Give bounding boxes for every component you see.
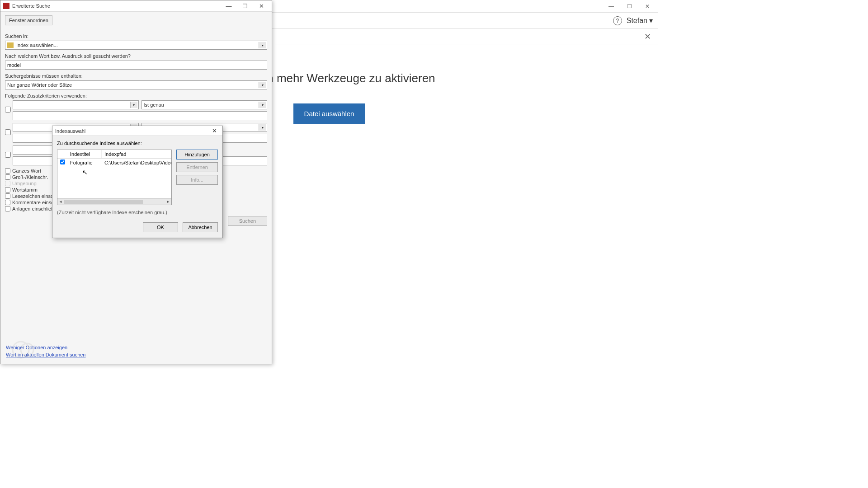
criteria-label: Folgende Zusatzkriterien verwenden: [5,93,267,99]
index-row-path: C:\Users\Stefan\Desktop\Videoschnit [102,159,171,166]
modal-footer: OK Abbrechen [52,220,222,237]
criteria-enable-checkbox[interactable] [5,152,11,158]
criteria-field-dropdown[interactable]: ▾ [13,100,139,109]
scroll-right-icon[interactable]: ► [165,199,171,205]
criteria-enable-checkbox[interactable] [5,129,11,135]
help-icon[interactable]: ? [613,16,622,25]
index-row-title: Fotografie [67,159,102,166]
app-icon [3,3,9,9]
criteria-value-input[interactable] [13,111,267,120]
user-menu[interactable]: Stefan ▾ [627,16,653,25]
chevron-down-icon: ▾ [130,102,137,108]
close-icon[interactable]: ✕ [638,1,656,11]
chevron-down-icon: ▾ [259,102,266,108]
close-panel-icon[interactable]: ✕ [644,32,651,42]
dropdown-value: Nur ganze Wörter oder Sätze [7,82,72,88]
info-button: Info... [176,175,218,185]
close-icon[interactable]: ✕ [254,1,269,11]
search-footer: Weniger Optionen anzeigen Wort im aktuel… [6,343,86,359]
select-file-button[interactable]: Datei auswählen [293,103,365,124]
search-word-label: Nach welchem Wort bzw. Ausdruck soll ges… [5,53,267,59]
horizontal-scrollbar[interactable]: ◄ ► [57,198,171,205]
window-controls: — ☐ ✕ [221,1,269,11]
dropdown-value: Ist genau [144,102,164,108]
criteria-enable-checkbox[interactable] [5,107,11,113]
results-contain-dropdown[interactable]: Nur ganze Wörter oder Sätze ▾ [5,80,267,89]
criteria-operator-dropdown[interactable]: Ist genau▾ [142,100,268,109]
ok-button[interactable]: OK [143,222,178,232]
add-button[interactable]: Hinzufügen [176,150,218,160]
modal-instruction: Zu durchsuchende Indizes auswählen: [57,141,218,146]
scroll-left-icon[interactable]: ◄ [57,199,64,205]
search-in-dropdown[interactable]: Index auswählen... ▾ [5,41,267,50]
modal-title: Indexauswahl [55,128,209,134]
maximize-icon[interactable]: ☐ [620,1,638,11]
dropdown-value: Index auswählen... [16,42,58,48]
search-button[interactable]: Suchen [228,216,267,226]
index-selection-dialog: Indexauswahl ✕ Zu durchsuchende Indizes … [52,126,223,238]
chevron-down-icon: ▾ [649,16,653,25]
index-listbox[interactable]: Indextitel Indexpfad Fotografie C:\Users… [57,150,172,205]
results-contain-label: Suchergebnisse müssen enthalten: [5,73,267,79]
acrobat-watermark-icon [9,338,37,361]
criteria-row: ▾ Ist genau▾ [5,100,267,120]
arrange-windows-button[interactable]: Fenster anordnen [5,15,52,25]
index-row[interactable]: Fotografie C:\Users\Stefan\Desktop\Video… [57,159,171,166]
modal-note: (Zurzeit nicht verfügbare Indexe erschei… [57,210,218,215]
close-icon[interactable]: ✕ [209,127,220,134]
user-label: Stefan [627,17,647,25]
column-header-path[interactable]: Indexpfad [102,150,171,158]
modal-body: Zu durchsuchende Indizes auswählen: Inde… [52,136,222,220]
cancel-button[interactable]: Abbrechen [183,222,218,232]
search-in-label: Suchen in: [5,33,267,39]
scroll-thumb[interactable] [64,200,143,204]
column-header-title[interactable]: Indextitel [67,150,102,158]
modal-titlebar[interactable]: Indexauswahl ✕ [52,126,222,136]
index-list-header: Indextitel Indexpfad [57,150,171,159]
minimize-icon[interactable]: — [602,1,620,11]
remove-button: Entfernen [176,162,218,172]
minimize-icon[interactable]: — [221,1,236,11]
index-row-checkbox[interactable] [60,160,65,164]
folder-icon [7,42,14,48]
window-title: Erweiterte Suche [12,3,221,9]
search-word-input[interactable] [5,61,267,70]
chevron-down-icon: ▾ [259,82,266,88]
search-titlebar[interactable]: Erweiterte Suche — ☐ ✕ [0,0,272,12]
chevron-down-icon: ▾ [259,124,266,131]
maximize-icon[interactable]: ☐ [237,1,253,11]
chevron-down-icon: ▾ [259,42,266,48]
